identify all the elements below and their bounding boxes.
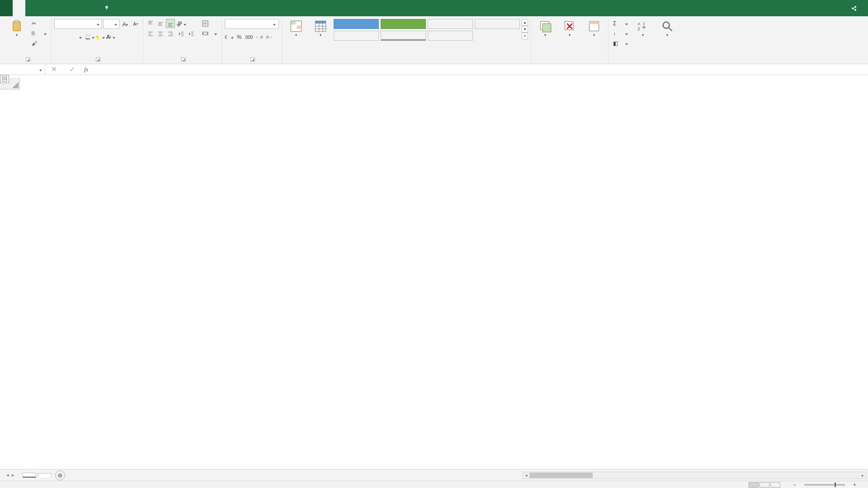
svg-rect-32	[203, 32, 208, 35]
percent-button[interactable]: %	[235, 33, 244, 42]
bold-button[interactable]	[54, 33, 63, 42]
decrease-decimal-button[interactable]: .0→	[264, 33, 274, 42]
group-styles: ▾ ▾ ▴	[282, 18, 531, 64]
view-pagebreak-button[interactable]	[770, 482, 780, 488]
fill-color-button[interactable]	[96, 33, 105, 42]
fx-button[interactable]: fx	[84, 66, 88, 73]
conditional-formatting-button[interactable]: ▾	[285, 19, 307, 38]
style-waehrung0[interactable]	[428, 31, 473, 41]
name-box[interactable]	[0, 64, 45, 75]
fill-button[interactable]: ↓	[611, 29, 630, 38]
number-format-select[interactable]	[225, 19, 279, 29]
add-sheet-button[interactable]: ⊕	[55, 470, 65, 480]
cancel-formula-button[interactable]: ✕	[51, 65, 57, 74]
align-middle-button[interactable]	[156, 19, 165, 28]
insert-cells-button[interactable]: ▾	[534, 19, 557, 38]
sheet-tab-monate[interactable]	[38, 473, 52, 477]
style-akzent5[interactable]	[334, 19, 379, 29]
lightbulb-icon	[104, 5, 109, 11]
group-editing: Σ ↓ ◧ AZ▾ ▾	[609, 18, 681, 64]
zoom-out-button[interactable]: −	[793, 482, 796, 488]
svg-text:€: €	[225, 35, 227, 40]
tab-daten[interactable]	[63, 0, 76, 16]
merge-button[interactable]	[200, 29, 219, 38]
sort-filter-button[interactable]: AZ▾	[632, 19, 654, 38]
title-bar	[0, 0, 868, 16]
tab-ansicht[interactable]	[89, 0, 101, 16]
tab-start[interactable]	[13, 0, 25, 16]
tab-formeln[interactable]	[51, 0, 63, 16]
svg-rect-38	[315, 21, 326, 23]
smart-tag-icon[interactable]	[0, 75, 9, 83]
style-dezimal[interactable]	[428, 19, 473, 29]
shrink-font-button[interactable]: A▾	[131, 19, 140, 28]
font-color-button[interactable]: A	[106, 33, 115, 42]
sheet-nav-buttons[interactable]: ◂▸	[0, 472, 21, 478]
svg-line-51	[669, 28, 672, 31]
find-select-button[interactable]: ▾	[656, 19, 679, 38]
align-right-button[interactable]	[166, 29, 175, 38]
number-dialog-launcher[interactable]	[250, 57, 255, 62]
formula-bar: ✕ ✓ fx	[0, 64, 868, 75]
clear-button[interactable]: ◧	[611, 39, 630, 48]
style-akzent6[interactable]	[381, 19, 426, 29]
decrease-indent-button[interactable]	[177, 29, 186, 38]
align-bottom-button[interactable]	[166, 19, 175, 28]
grow-font-button[interactable]: A▴	[121, 19, 130, 28]
svg-rect-4	[96, 38, 100, 39]
font-size-select[interactable]	[103, 19, 119, 29]
copy-button[interactable]: ⎘	[30, 29, 48, 38]
format-as-table-button[interactable]: ▾	[309, 19, 332, 38]
tab-seitenlayout[interactable]	[38, 0, 51, 16]
accounting-button[interactable]: €	[225, 33, 234, 42]
view-normal-button[interactable]	[749, 482, 759, 488]
align-left-button[interactable]	[146, 29, 155, 38]
autosum-button[interactable]: Σ	[611, 19, 630, 28]
cut-button[interactable]: ✂	[30, 19, 48, 28]
accept-formula-button[interactable]: ✓	[69, 65, 75, 74]
horizontal-scrollbar[interactable]: ◂ ▸	[523, 472, 866, 479]
style-prozent[interactable]	[334, 31, 379, 41]
svg-rect-44	[542, 23, 551, 32]
increase-decimal-button[interactable]: ←.0	[255, 33, 264, 42]
border-button[interactable]	[85, 33, 94, 42]
share-icon	[851, 5, 857, 11]
wrap-text-button[interactable]: ab	[200, 19, 219, 28]
style-gallery-nav[interactable]: ▴ ▾ ≡	[522, 19, 528, 39]
paste-button[interactable]: ▾	[5, 19, 28, 38]
svg-rect-52	[2, 77, 7, 81]
font-dialog-launcher[interactable]	[96, 57, 100, 62]
orientation-button[interactable]: ab	[177, 19, 186, 28]
svg-rect-30	[203, 21, 208, 26]
increase-indent-button[interactable]	[187, 29, 196, 38]
group-font: A▴ A▾ A	[52, 18, 143, 64]
tab-einfuegen[interactable]	[25, 0, 38, 16]
italic-button[interactable]	[65, 33, 74, 42]
share-button[interactable]	[843, 5, 868, 11]
font-family-select[interactable]	[54, 19, 102, 29]
formula-input[interactable]	[91, 64, 868, 75]
format-cells-button[interactable]: ▾	[583, 19, 605, 38]
style-waehrung[interactable]	[381, 31, 426, 41]
tab-file[interactable]	[0, 0, 13, 16]
delete-cells-button[interactable]: ▾	[558, 19, 581, 38]
svg-text:ab: ab	[203, 22, 207, 25]
svg-rect-0	[13, 22, 20, 31]
align-center-button[interactable]	[156, 29, 165, 38]
zoom-slider[interactable]	[804, 484, 845, 486]
zoom-in-button[interactable]: +	[853, 482, 856, 488]
alignment-dialog-launcher[interactable]	[181, 57, 186, 62]
underline-button[interactable]	[75, 33, 84, 42]
tab-ueberpruefen[interactable]	[76, 0, 89, 16]
comma-button[interactable]: 000	[245, 33, 254, 42]
clipboard-dialog-launcher[interactable]	[26, 57, 30, 62]
format-icon	[588, 20, 600, 33]
style-komma[interactable]	[475, 19, 520, 29]
find-icon	[661, 20, 674, 33]
spreadsheet-grid[interactable]	[0, 75, 868, 458]
align-top-button[interactable]	[146, 19, 155, 28]
tell-me-search[interactable]	[104, 0, 111, 16]
format-painter-button[interactable]: 🖌	[30, 39, 48, 48]
sheet-tab-q4[interactable]	[23, 473, 36, 478]
view-layout-button[interactable]	[760, 482, 769, 488]
